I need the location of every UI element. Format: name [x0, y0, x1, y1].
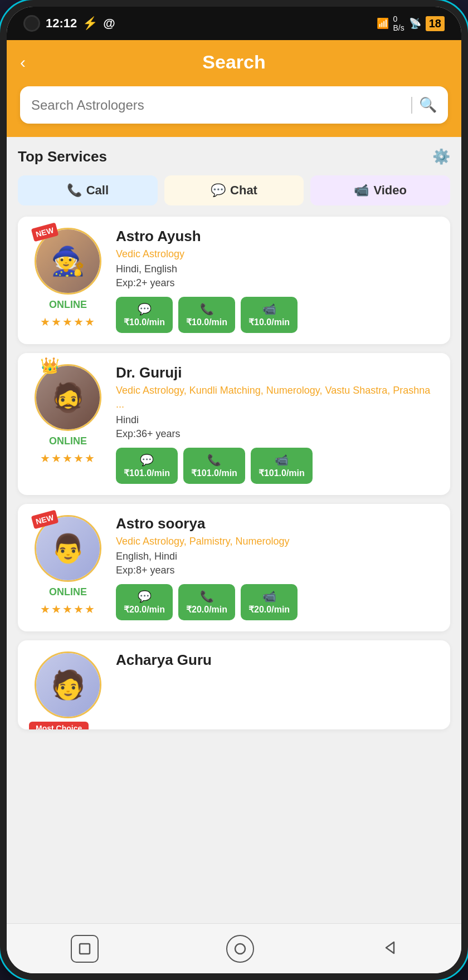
call-price-guruji: ₹101.0/min [191, 468, 237, 478]
status-bar: 12:12 ⚡ @ 📶 0B/s 📡 18 [7, 7, 461, 40]
svg-rect-0 [80, 944, 90, 954]
avatar-wrapper-soorya: 👨 NEW [35, 515, 101, 582]
call-btn-icon-soorya: 📞 [200, 590, 214, 603]
video-btn-icon-guruji: 📹 [275, 453, 289, 467]
call-btn-soorya[interactable]: 📞 ₹20.0/min [178, 584, 235, 620]
video-price-guruji: ₹101.0/min [259, 468, 305, 478]
astro-specialty-guruji: Vedic Astrology, Kundli Matching, Numero… [116, 384, 439, 411]
top-services-label: Top Services [18, 148, 107, 165]
astro-card-soorya: 👨 NEW ONLINE ★★★★★ Astro soorya Vedic As… [18, 504, 450, 631]
filter-icon[interactable]: ⚙️ [432, 148, 450, 165]
search-bar[interactable]: 🔍 [20, 86, 448, 124]
status-left: 12:12 ⚡ @ [23, 15, 115, 32]
search-container: 🔍 [7, 86, 461, 137]
signal-icon: @ [103, 16, 115, 31]
card-left-guruji: 👑 🧔 ONLINE ★★★★★ [29, 364, 107, 483]
main-content: Top Services ⚙️ 📞 Call 💬 Chat 📹 Video [7, 137, 461, 923]
call-btn-guruji[interactable]: 📞 ₹101.0/min [183, 448, 245, 484]
astro-specialty-soorya: Vedic Astrology, Palmistry, Numerology [116, 535, 439, 548]
tab-chat[interactable]: 💬 Chat [164, 175, 304, 205]
stars-ayush: ★★★★★ [40, 315, 96, 329]
online-status-soorya: ONLINE [49, 586, 87, 598]
online-status-ayush: ONLINE [49, 299, 87, 311]
call-price-ayush: ₹10.0/min [186, 317, 227, 327]
search-divider [411, 97, 412, 114]
astro-lang-guruji: Hindi [116, 414, 439, 426]
chat-btn-soorya[interactable]: 💬 ₹20.0/min [116, 584, 173, 620]
card-left-acharya: 🧑 Most Choice [29, 651, 107, 718]
app-header: ‹ Search [7, 40, 461, 86]
astro-exp-ayush: Exp:2+ years [116, 277, 439, 289]
chat-btn-guruji[interactable]: 💬 ₹101.0/min [116, 448, 178, 484]
nav-back-btn[interactable] [382, 940, 397, 958]
action-buttons-ayush: 💬 ₹10.0/min 📞 ₹10.0/min 📹 ₹10.0/min [116, 297, 439, 333]
call-label: Call [86, 183, 109, 198]
astro-exp-soorya: Exp:8+ years [116, 565, 439, 576]
svg-point-1 [235, 944, 245, 954]
search-input[interactable] [31, 97, 404, 113]
nav-square-btn[interactable] [71, 935, 99, 963]
card-right-soorya: Astro soorya Vedic Astrology, Palmistry,… [116, 515, 439, 620]
data-speed: 0B/s [393, 14, 404, 32]
chat-btn-icon-soorya: 💬 [138, 590, 152, 603]
action-buttons-soorya: 💬 ₹20.0/min 📞 ₹20.0/min 📹 ₹20.0/min [116, 584, 439, 620]
bottom-nav [7, 923, 461, 973]
call-icon: 📞 [67, 183, 82, 198]
search-icon[interactable]: 🔍 [419, 96, 437, 114]
status-right: 📶 0B/s 📡 18 [377, 14, 445, 32]
page-title: Search [202, 51, 265, 73]
video-btn-ayush[interactable]: 📹 ₹10.0/min [241, 297, 298, 333]
call-btn-icon-ayush: 📞 [200, 302, 214, 316]
astro-name-ayush: Astro Ayush [116, 228, 439, 245]
signal-bars: 📡 [409, 17, 421, 30]
video-price-soorya: ₹20.0/min [248, 604, 290, 615]
call-price-soorya: ₹20.0/min [186, 604, 227, 615]
badge-most-choice-acharya: Most Choice [29, 722, 89, 729]
battery-level: 18 [426, 16, 445, 31]
astro-name-guruji: Dr. Guruji [116, 364, 439, 381]
video-btn-icon-ayush: 📹 [262, 302, 276, 316]
video-icon: 📹 [354, 183, 369, 198]
avatar-wrapper-guruji: 👑 🧔 [35, 364, 101, 431]
astro-exp-guruji: Exp:36+ years [116, 428, 439, 440]
astro-lang-ayush: Hindi, English [116, 263, 439, 275]
nav-circle-btn[interactable] [226, 935, 254, 963]
video-btn-guruji[interactable]: 📹 ₹101.0/min [251, 448, 313, 484]
video-btn-soorya[interactable]: 📹 ₹20.0/min [241, 584, 298, 620]
stars-soorya: ★★★★★ [40, 602, 96, 616]
chat-price-guruji: ₹101.0/min [124, 468, 170, 478]
card-left-soorya: 👨 NEW ONLINE ★★★★★ [29, 515, 107, 620]
chat-price-ayush: ₹10.0/min [124, 317, 165, 327]
video-price-ayush: ₹10.0/min [248, 317, 290, 327]
avatar-wrapper-ayush: 🧙 NEW [35, 228, 101, 295]
camera-dot [23, 15, 40, 32]
astro-name-acharya: Acharya Guru [116, 651, 439, 669]
chat-price-soorya: ₹20.0/min [124, 604, 165, 615]
call-btn-icon-guruji: 📞 [207, 453, 221, 467]
astro-card-ayush: 🧙 NEW ONLINE ★★★★★ Astro Ayush Vedic Ast… [18, 217, 450, 344]
astro-lang-soorya: English, Hindi [116, 551, 439, 562]
time-display: 12:12 [46, 16, 77, 31]
video-label: Video [373, 183, 407, 198]
chat-btn-ayush[interactable]: 💬 ₹10.0/min [116, 297, 173, 333]
tab-call[interactable]: 📞 Call [18, 175, 158, 205]
wifi-icon: 📶 [377, 17, 389, 30]
stars-guruji: ★★★★★ [40, 452, 96, 465]
astro-card-acharya: 🧑 Most Choice Acharya Guru [18, 640, 450, 729]
chat-btn-icon-guruji: 💬 [140, 453, 154, 467]
card-right-acharya: Acharya Guru [116, 651, 439, 718]
usb-icon: ⚡ [82, 16, 98, 31]
chat-btn-icon-ayush: 💬 [138, 302, 152, 316]
tab-video[interactable]: 📹 Video [310, 175, 450, 205]
card-right-guruji: Dr. Guruji Vedic Astrology, Kundli Match… [116, 364, 439, 483]
astro-name-soorya: Astro soorya [116, 515, 439, 532]
phone-frame: 12:12 ⚡ @ 📶 0B/s 📡 18 ‹ Search 🔍 [0, 0, 468, 980]
crown-icon-guruji: 👑 [40, 356, 60, 375]
card-right-ayush: Astro Ayush Vedic Astrology Hindi, Engli… [116, 228, 439, 333]
call-btn-ayush[interactable]: 📞 ₹10.0/min [178, 297, 235, 333]
action-buttons-guruji: 💬 ₹101.0/min 📞 ₹101.0/min 📹 ₹101.0/min [116, 448, 439, 484]
service-tabs: 📞 Call 💬 Chat 📹 Video [18, 175, 450, 205]
top-services-header: Top Services ⚙️ [18, 148, 450, 165]
online-status-guruji: ONLINE [49, 435, 87, 447]
back-button[interactable]: ‹ [20, 53, 26, 72]
